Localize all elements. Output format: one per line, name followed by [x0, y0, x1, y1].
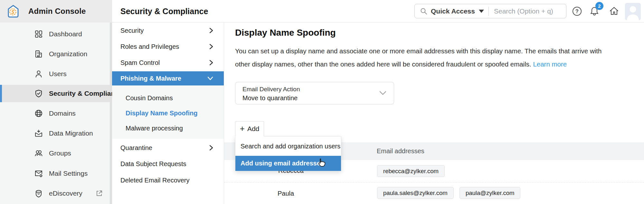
cursor-hand-icon [317, 158, 326, 168]
sidebar-item-label: Data Migration [49, 129, 93, 137]
chevron-down-icon [379, 91, 387, 96]
chevron-right-icon [209, 59, 213, 66]
caret-down-icon [479, 10, 484, 13]
avatar-silhouette-icon [625, 3, 641, 20]
submenu-item-cousin-domains[interactable]: Cousin Domains [112, 90, 224, 106]
app-title: Admin Console [28, 0, 86, 22]
submenu-item-label: Cousin Domains [126, 94, 173, 102]
display-name-cell: Paula [278, 190, 294, 197]
sidebar-item-label: Domains [49, 110, 76, 117]
add-button[interactable]: + Add [235, 121, 264, 137]
add-dropdown-menu: Search and add organization users Add us… [235, 136, 341, 171]
global-search[interactable]: Quick Access Search (Option + q) [414, 4, 566, 18]
sidebar-item-label: Organization [49, 50, 87, 58]
groups-icon [34, 149, 43, 158]
submenu-item-label: Roles and Privileges [120, 43, 179, 50]
chevron-right-icon [209, 43, 213, 50]
sidebar-item-security-compliance[interactable]: Security & Compliance [0, 85, 110, 102]
submenu-item-roles-privileges[interactable]: Roles and Privileges [112, 39, 224, 55]
quick-access-dropdown[interactable]: Quick Access [431, 7, 475, 15]
plus-icon: + [240, 124, 245, 133]
sidebar-item-groups[interactable]: Groups [0, 145, 110, 162]
sidebar-item-label: Users [49, 70, 67, 78]
sidebar-item-mail-settings[interactable]: Mail Settings [0, 165, 110, 182]
admin-console-app: Admin Console Security & Compliance Quic… [0, 0, 644, 204]
chevron-right-icon [209, 145, 213, 151]
sidebar-item-users[interactable]: Users [0, 65, 110, 83]
phishing-malware-children: Cousin Domains Display Name Spoofing Mal… [112, 85, 224, 139]
email-chip: paula.sales@zylker.com [377, 187, 454, 199]
organization-icon [34, 49, 43, 58]
sidebar-item-dashboard[interactable]: Dashboard [0, 25, 110, 43]
primary-sidebar: Dashboard Organization Users Security & … [0, 22, 112, 204]
sidebar-item-label: Mail Settings [49, 170, 88, 177]
chevron-right-icon [209, 27, 213, 34]
select-label: Email Delivery Action [242, 86, 300, 93]
submenu-item-label: Spam Control [120, 59, 160, 67]
submenu-item-label: Deleted Email Recovery [120, 177, 190, 184]
security-compliance-submenu: Security Roles and Privileges Spam Contr… [112, 22, 224, 204]
dashboard-icon [34, 30, 43, 39]
submenu-item-label: Malware processing [126, 125, 183, 132]
search-divider [488, 7, 489, 16]
sidebar-item-ediscovery[interactable]: eDiscovery [0, 185, 110, 202]
search-input[interactable]: Search (Option + q) [494, 7, 553, 15]
submenu-item-label: Display Name Spoofing [126, 110, 197, 117]
submenu-item-security[interactable]: Security [112, 22, 224, 39]
sidebar-item-data-migration[interactable]: Data Migration [0, 125, 110, 142]
svg-text:?: ? [575, 9, 579, 14]
menu-item-search-org-users[interactable]: Search and add organization users [235, 137, 341, 156]
submenu-item-label: Security [120, 27, 144, 34]
shield-check-icon [34, 89, 43, 98]
users-icon [34, 69, 43, 78]
submenu-item-malware-processing[interactable]: Malware processing [112, 120, 224, 136]
submenu-item-display-name-spoofing[interactable]: Display Name Spoofing [112, 105, 224, 121]
main-content: Display Name Spoofing You can set up a d… [224, 22, 644, 204]
email-chip-text: paula@zylker.com [466, 190, 514, 197]
home-button[interactable] [608, 0, 620, 22]
sidebar-item-label: Dashboard [49, 30, 82, 38]
help-icon: ? [572, 6, 582, 16]
section-description: You can set up a display name and associ… [235, 44, 617, 71]
mail-gear-icon [34, 169, 43, 178]
sidebar-item-domains[interactable]: Domains [0, 105, 110, 122]
submenu-item-label: Data Subject Requests [120, 160, 186, 168]
add-button-label: Add [247, 125, 259, 133]
avatar[interactable] [625, 3, 641, 20]
submenu-item-label: Phishing & Malware [120, 75, 181, 82]
chevron-down-icon [207, 76, 213, 81]
sidebar-item-label: eDiscovery [49, 190, 82, 197]
email-chip-text: rebecca@zylker.com [383, 168, 439, 175]
notification-badge: 2 [595, 2, 603, 10]
help-button[interactable]: ? [571, 0, 583, 22]
learn-more-link[interactable]: Learn more [533, 60, 567, 68]
page-title: Security & Compliance [120, 0, 208, 22]
email-chip-text: paula.sales@zylker.com [383, 190, 448, 197]
submenu-item-quarantine[interactable]: Quarantine [112, 140, 224, 156]
email-delivery-action-select[interactable]: Email Delivery Action Move to quarantine [235, 82, 394, 104]
table-row[interactable]: Paula paula.sales@zylker.com paula@zylke… [224, 182, 644, 204]
section-heading: Display Name Spoofing [235, 28, 336, 38]
sidebar-item-organization[interactable]: Organization [0, 45, 110, 63]
globe-icon [34, 109, 43, 118]
select-value: Move to quarantine [242, 94, 298, 102]
sidebar-item-label: Security & Compliance [49, 90, 123, 97]
email-chip: paula@zylker.com [459, 187, 520, 199]
app-logo-icon [6, 4, 21, 19]
search-icon [420, 7, 428, 15]
submenu-item-label: Quarantine [120, 144, 152, 152]
submenu-item-spam-control[interactable]: Spam Control [112, 55, 224, 71]
email-addresses-column-header: Email addresses [377, 142, 424, 160]
home-icon [609, 6, 620, 17]
submenu-item-phishing-malware[interactable]: Phishing & Malware [112, 71, 224, 85]
submenu-item-data-subject-requests[interactable]: Data Subject Requests [112, 156, 224, 172]
external-link-icon [95, 190, 103, 197]
topbar: Admin Console Security & Compliance Quic… [0, 0, 644, 22]
submenu-item-deleted-email-recovery[interactable]: Deleted Email Recovery [112, 172, 224, 188]
app-branding[interactable]: Admin Console [0, 0, 112, 22]
email-chip: rebecca@zylker.com [377, 165, 445, 177]
sidebar-item-label: Groups [49, 149, 71, 157]
mail-import-icon [34, 129, 43, 138]
vault-icon [34, 189, 43, 198]
